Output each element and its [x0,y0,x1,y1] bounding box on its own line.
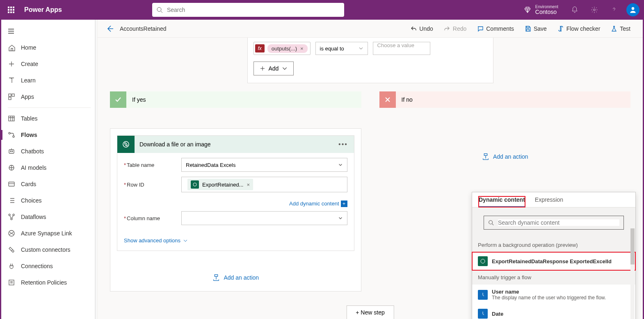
nav-label: Cards [21,181,36,187]
connector-icon [8,246,15,253]
synapse-icon [8,230,15,237]
sidebar-item-cards[interactable]: Cards [1,176,97,192]
fx-icon: fx [255,44,265,52]
sidebar-item-learn[interactable]: Learn [1,72,97,89]
dyn-item-exported-excel-id[interactable]: ExportRetainedDataResponse ExportedExcel… [472,252,635,270]
svg-point-0 [157,7,161,11]
waffle-icon[interactable] [1,0,21,20]
nav-label: Custom connectors [21,246,71,253]
check-icon [110,91,126,108]
redo-button: Redo [440,22,470,35]
row-id-token[interactable]: ExportRetained... × [187,179,253,190]
tab-expression[interactable]: Expression [535,196,563,207]
svg-rect-5 [9,97,11,100]
card-icon [8,180,15,188]
remove-token-icon[interactable]: × [247,182,250,188]
svg-rect-9 [9,150,14,153]
sidebar-item-apps[interactable]: Apps [1,89,97,105]
canvas: AccountsRetained Undo Redo Comments Save… [98,20,643,319]
comments-button[interactable]: Comments [473,22,518,35]
svg-point-16 [11,218,12,220]
add-action-yes[interactable]: Add an action [212,274,259,281]
apps-icon [8,93,15,100]
sidebar-item-tables[interactable]: Tables [1,110,97,127]
sidebar-item-create[interactable]: Create [1,56,97,72]
table-name-label: Table name [127,162,154,168]
avatar[interactable] [626,3,639,16]
svg-point-19 [193,183,196,186]
nav-label: AI models [21,164,46,171]
notifications-icon[interactable] [566,0,584,20]
home-icon [8,44,15,51]
sidebar-item-ai-models[interactable]: AI models [1,160,97,176]
nav-label: Create [21,61,38,67]
flow-checker-button[interactable]: Flow checker [553,22,604,35]
sidebar-item-connections[interactable]: Connections [1,258,97,274]
book-icon [8,77,15,84]
settings-icon[interactable] [585,0,603,20]
dyn-group-1: Perform a background operation (preview) [472,238,635,252]
table-name-select[interactable]: RetainedData Excels [181,158,347,172]
back-button[interactable] [106,25,114,33]
sidebar-item-choices[interactable]: Choices [1,192,97,209]
nav-label: Flows [21,132,37,138]
search-field[interactable] [167,7,340,13]
environment-picker[interactable]: Environment Contoso [518,5,564,15]
sidebar-item-chatbots[interactable]: Chatbots [1,143,97,160]
condition-value-input[interactable]: Choose a value [373,42,430,55]
sidebar-item-custom-connectors[interactable]: Custom connectors [1,242,97,258]
dataflow-icon [8,213,15,221]
add-action-no[interactable]: Add an action [482,153,528,160]
undo-button[interactable]: Undo [406,22,437,35]
condition-left-operand[interactable]: fx outputs(...)× [253,42,311,55]
trigger-icon [478,290,488,300]
condition-card: fx outputs(...)× is equal to Choose a va… [247,38,493,83]
nav-label: Retention Policies [21,279,67,286]
app-header: Power Apps Environment Contoso [1,0,643,20]
add-dynamic-content-link[interactable]: Add dynamic content+ [289,201,347,207]
svg-rect-21 [484,154,487,156]
new-step-button[interactable]: + New step [346,305,394,319]
svg-point-14 [9,214,10,216]
add-condition-button[interactable]: Add [253,62,294,75]
dataverse-icon [117,136,135,153]
column-name-label: Column name [127,215,160,221]
dyn-item-date[interactable]: Date [472,305,635,319]
dyn-item-user-name[interactable]: User nameThe display name of the user wh… [472,285,635,305]
table-icon [8,115,15,122]
help-icon[interactable] [605,0,623,20]
svg-point-7 [9,132,10,134]
nav-label: Chatbots [21,148,44,155]
sidebar-item-azure-synapse-link[interactable]: Azure Synapse Link [1,225,97,242]
svg-rect-4 [12,94,14,96]
nav-label: Azure Synapse Link [21,230,72,237]
sidebar-item-dataflows[interactable]: Dataflows [1,209,97,225]
flyout-scrollbar[interactable] [630,228,635,319]
condition-operator[interactable]: is equal to [315,42,368,55]
plug-icon [8,262,15,270]
tab-dynamic-content[interactable]: Dynamic content [479,196,525,207]
svg-point-1 [594,9,596,11]
command-bar: AccountsRetained Undo Redo Comments Save… [98,20,643,38]
download-file-step: Download a file or an image ••• *Table n… [117,135,354,251]
show-advanced-link[interactable]: Show advanced options [124,237,188,244]
svg-rect-18 [9,280,14,285]
svg-rect-13 [9,182,14,186]
test-button[interactable]: Test [607,22,635,35]
sidebar-item-flows[interactable]: Flows [1,127,97,143]
remove-chip-icon[interactable]: × [300,46,304,52]
svg-point-2 [632,7,635,10]
hamburger-icon[interactable] [1,23,21,39]
row-id-input[interactable]: ExportRetained... × [181,177,347,192]
step-more-icon[interactable]: ••• [338,141,349,148]
nav-label: Home [21,44,36,51]
env-label: Environment [535,5,558,9]
column-name-select[interactable] [181,211,347,225]
dynamic-search-input[interactable] [484,216,624,230]
sidebar-item-home[interactable]: Home [1,39,97,56]
sidebar-item-retention-policies[interactable]: Retention Policies [1,274,97,291]
svg-rect-6 [9,116,14,121]
search-input[interactable] [152,3,344,17]
save-button[interactable]: Save [521,22,551,35]
dynamic-content-flyout: Dynamic content Expression Perform a bac… [472,192,636,319]
